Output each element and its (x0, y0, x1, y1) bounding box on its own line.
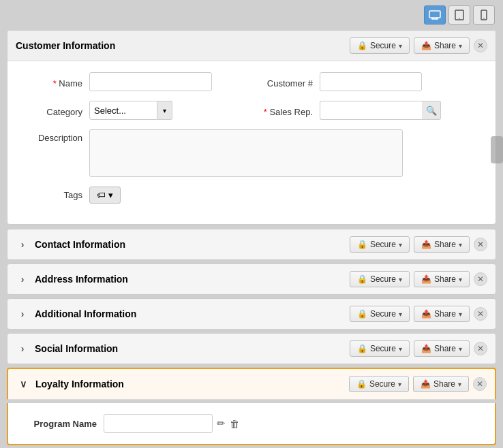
contact-share-chevron: ▾ (459, 241, 462, 249)
social-panel-actions: 🔒 Secure ▾ 📤 Share ▾ ✕ (350, 340, 487, 357)
description-row: Description (21, 129, 482, 177)
loyalty-close-button[interactable]: ✕ (473, 377, 487, 391)
customer-panel-header: Customer Information 🔒 Secure ▾ 📤 Share … (7, 31, 496, 61)
address-secure-chevron: ▾ (399, 276, 402, 283)
sales-rep-input[interactable] (320, 101, 422, 120)
customer-num-input[interactable] (320, 72, 422, 91)
social-secure-chevron: ▾ (399, 345, 402, 353)
loyalty-section-header: ∨ Loyalty Information 🔒 Secure ▾ 📤 Share… (7, 368, 496, 400)
loyalty-share-button[interactable]: 📤 Share ▾ (413, 376, 469, 392)
additional-panel-actions: 🔒 Secure ▾ 📤 Share ▾ ✕ (350, 306, 487, 322)
name-customer-row: Name Customer # (21, 72, 482, 91)
contact-close-button[interactable]: ✕ (474, 238, 487, 251)
contact-secure-chevron: ▾ (399, 241, 402, 249)
loyalty-lock-icon: 🔒 (356, 379, 367, 389)
edit-icon: ✏ (217, 417, 226, 429)
loyalty-collapse-arrow[interactable]: ∨ (16, 377, 30, 391)
contact-lock-icon: 🔒 (357, 240, 367, 249)
address-close-button[interactable]: ✕ (474, 272, 487, 286)
contact-collapse-arrow[interactable]: › (16, 238, 29, 251)
additional-share-icon: 📤 (421, 309, 431, 319)
program-name-edit-button[interactable]: ✏ (217, 417, 226, 430)
additional-section-title: Additional Information (35, 308, 344, 319)
social-share-button[interactable]: 📤 Share ▾ (414, 340, 470, 357)
scroll-handle[interactable] (491, 136, 503, 163)
additional-secure-label: Secure (370, 309, 396, 319)
description-textarea[interactable] (89, 129, 403, 177)
secure-chevron-icon: ▾ (399, 42, 402, 50)
social-lock-icon: 🔒 (357, 344, 367, 353)
additional-collapse-arrow[interactable]: › (16, 307, 29, 321)
customer-num-label: Customer # (258, 75, 320, 89)
category-select-wrapper: Select... ▾ (89, 101, 172, 120)
secure-label: Secure (370, 41, 396, 50)
additional-close-button[interactable]: ✕ (474, 307, 487, 321)
contact-share-label: Share (434, 240, 456, 249)
loyalty-information-section: ∨ Loyalty Information 🔒 Secure ▾ 📤 Share… (7, 368, 496, 445)
address-secure-button[interactable]: 🔒 Secure ▾ (350, 271, 410, 287)
tags-row: Tags 🏷 ▾ (21, 187, 482, 204)
social-share-icon: 📤 (421, 344, 431, 353)
description-label: Description (21, 129, 89, 143)
svg-point-7 (483, 18, 485, 19)
loyalty-panel-body: Program Name ✏ 🗑 (7, 403, 496, 445)
address-collapse-arrow[interactable]: › (16, 272, 29, 286)
tags-button[interactable]: 🏷 ▾ (89, 187, 121, 204)
address-section-title: Address Information (35, 274, 344, 285)
contact-secure-button[interactable]: 🔒 Secure ▾ (350, 236, 410, 253)
contact-section-title: Contact Information (35, 239, 344, 250)
view-button-group (424, 5, 495, 25)
social-close-button[interactable]: ✕ (474, 342, 487, 355)
tablet-view-button[interactable] (448, 5, 470, 25)
loyalty-share-chevron: ▾ (458, 381, 461, 388)
additional-information-section: › Additional Information 🔒 Secure ▾ 📤 Sh… (7, 298, 496, 330)
sales-rep-search-button[interactable]: 🔍 (422, 101, 441, 120)
loyalty-secure-button[interactable]: 🔒 Secure ▾ (349, 376, 409, 392)
name-input[interactable] (89, 72, 212, 91)
loyalty-panel-actions: 🔒 Secure ▾ 📤 Share ▾ ✕ (349, 376, 487, 392)
customer-secure-button[interactable]: 🔒 Secure ▾ (350, 37, 410, 54)
additional-lock-icon: 🔒 (357, 309, 367, 319)
loyalty-section-title: Loyalty Information (35, 379, 344, 389)
desktop-view-button[interactable] (424, 5, 446, 25)
social-secure-button[interactable]: 🔒 Secure ▾ (350, 340, 410, 357)
category-select[interactable]: Select... (89, 101, 157, 120)
loyalty-share-label: Share (433, 379, 455, 389)
customer-panel-body: Name Customer # Category Select... ▾ (7, 61, 496, 224)
program-name-label: Program Name (22, 419, 104, 429)
tag-icon: 🏷 (97, 190, 106, 200)
svg-rect-0 (429, 11, 440, 18)
social-collapse-arrow[interactable]: › (16, 342, 29, 355)
customer-information-panel: Customer Information 🔒 Secure ▾ 📤 Share … (7, 30, 496, 225)
mobile-icon (481, 10, 487, 20)
mobile-view-button[interactable] (473, 5, 495, 25)
main-area: Customer Information 🔒 Secure ▾ 📤 Share … (7, 30, 496, 445)
contact-secure-label: Secure (370, 240, 396, 249)
additional-share-chevron: ▾ (459, 310, 462, 318)
address-information-section: › Address Information 🔒 Secure ▾ 📤 Share… (7, 263, 496, 295)
social-share-chevron: ▾ (459, 345, 462, 353)
lock-icon: 🔒 (357, 41, 367, 50)
customer-share-button[interactable]: 📤 Share ▾ (414, 37, 470, 54)
category-select-arrow[interactable]: ▾ (157, 101, 172, 120)
program-name-delete-button[interactable]: 🗑 (230, 418, 240, 430)
additional-share-button[interactable]: 📤 Share ▾ (414, 306, 470, 322)
customer-close-button[interactable]: ✕ (474, 39, 487, 52)
customer-panel-actions: 🔒 Secure ▾ 📤 Share ▾ ✕ (350, 37, 487, 54)
additional-secure-chevron: ▾ (399, 310, 402, 318)
social-information-section: › Social Information 🔒 Secure ▾ 📤 Share … (7, 333, 496, 364)
program-name-input[interactable] (104, 414, 213, 433)
share-icon: 📤 (421, 41, 431, 50)
social-secure-label: Secure (370, 344, 396, 353)
additional-secure-button[interactable]: 🔒 Secure ▾ (350, 306, 410, 322)
loyalty-share-icon: 📤 (421, 379, 431, 389)
share-chevron-icon: ▾ (459, 42, 462, 50)
address-share-button[interactable]: 📤 Share ▾ (414, 271, 470, 287)
loyalty-secure-label: Secure (369, 379, 395, 389)
contact-share-button[interactable]: 📤 Share ▾ (414, 236, 470, 253)
program-name-row: Program Name ✏ 🗑 (22, 414, 481, 433)
contact-panel-actions: 🔒 Secure ▾ 📤 Share ▾ ✕ (350, 236, 487, 253)
category-salesrep-row: Category Select... ▾ Sales Rep. 🔍 (21, 101, 482, 120)
address-panel-actions: 🔒 Secure ▾ 📤 Share ▾ ✕ (350, 271, 487, 287)
delete-icon: 🗑 (230, 418, 240, 430)
